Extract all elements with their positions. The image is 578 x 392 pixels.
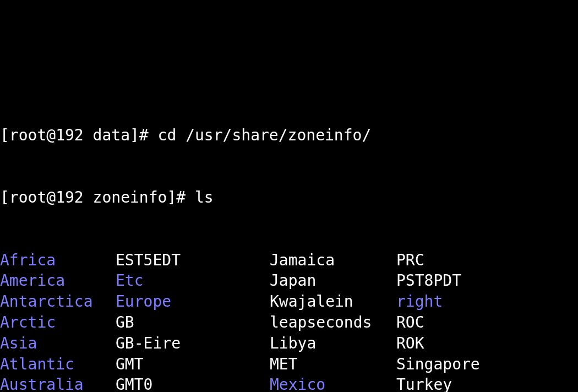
directory-entry: Asia (0, 333, 116, 354)
directory-entry: Australia (0, 374, 116, 392)
listing-row: AustraliaGMT0MexicoTurkey (0, 374, 578, 392)
listing-row: AfricaEST5EDTJamaicaPRC (0, 250, 578, 271)
directory-entry: Antarctica (0, 291, 116, 312)
file-entry: GMT (116, 354, 270, 375)
directory-entry: America (0, 270, 116, 291)
directory-entry: Arctic (0, 312, 116, 333)
file-entry: MET (270, 354, 396, 375)
prompt-line-cd: [root@192 data]# cd /usr/share/zoneinfo/ (0, 125, 578, 146)
directory-entry: Atlantic (0, 354, 116, 375)
listing-row: AntarcticaEuropeKwajaleinright (0, 291, 578, 312)
directory-entry: Europe (116, 291, 270, 312)
directory-entry: right (396, 291, 443, 312)
file-entry: PRC (396, 250, 424, 271)
ls-listing: AfricaEST5EDTJamaicaPRCAmericaEtcJapanPS… (0, 250, 578, 392)
listing-row: AtlanticGMTMETSingapore (0, 354, 578, 375)
file-entry: Japan (270, 270, 396, 291)
listing-row: ArcticGBleapsecondsROC (0, 312, 578, 333)
file-entry: ROK (396, 333, 424, 354)
file-entry: Kwajalein (270, 291, 396, 312)
file-entry: Libya (270, 333, 396, 354)
file-entry: Singapore (396, 354, 480, 375)
terminal-output[interactable]: [root@192 data]# cd /usr/share/zoneinfo/… (0, 83, 578, 392)
file-entry: GB-Eire (116, 333, 270, 354)
file-entry: Turkey (396, 374, 452, 392)
file-entry: PST8PDT (396, 270, 461, 291)
file-entry: GB (116, 312, 270, 333)
file-entry: EST5EDT (116, 250, 270, 271)
file-entry: leapseconds (270, 312, 396, 333)
directory-entry: Africa (0, 250, 116, 271)
file-entry: GMT0 (116, 374, 270, 392)
listing-row: AsiaGB-EireLibyaROK (0, 333, 578, 354)
directory-entry: Etc (116, 270, 270, 291)
directory-entry: Mexico (270, 374, 396, 392)
listing-row: AmericaEtcJapanPST8PDT (0, 270, 578, 291)
prompt-line-ls: [root@192 zoneinfo]# ls (0, 187, 578, 208)
file-entry: Jamaica (270, 250, 396, 271)
file-entry: ROC (396, 312, 424, 333)
